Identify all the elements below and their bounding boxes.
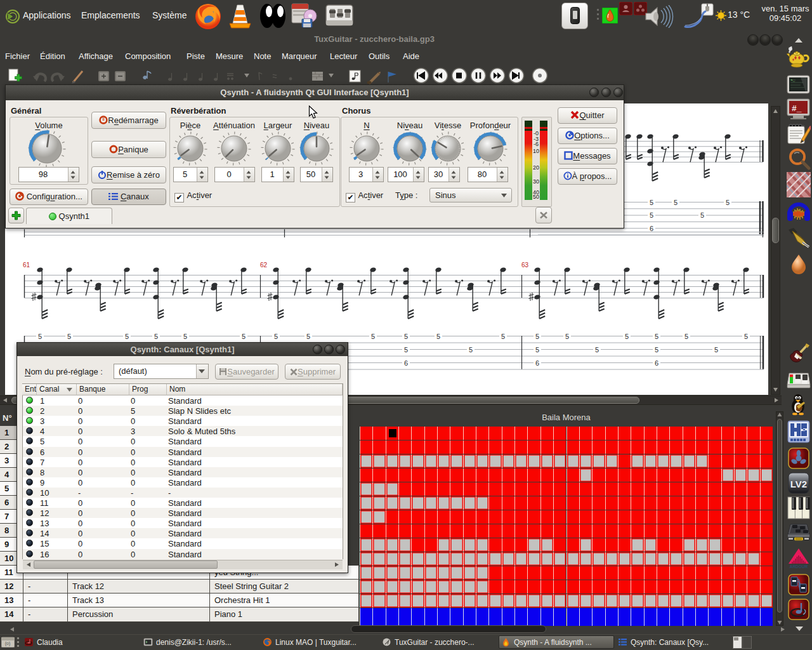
svg-text:5: 5: [535, 333, 539, 340]
svg-text:LV2: LV2: [790, 479, 807, 489]
svg-text:5: 5: [625, 333, 629, 340]
svg-text:5: 5: [242, 333, 246, 340]
svg-text:5: 5: [595, 346, 599, 354]
svg-text:5: 5: [650, 199, 653, 206]
svg-text:5: 5: [655, 346, 658, 354]
svg-text:5: 5: [436, 333, 440, 340]
svg-text:5: 5: [404, 346, 408, 354]
svg-text:5: 5: [274, 333, 278, 340]
svg-text:6: 6: [404, 359, 408, 367]
svg-text:5: 5: [744, 333, 748, 340]
svg-text:6: 6: [535, 359, 539, 367]
svg-text:5: 5: [183, 333, 187, 340]
svg-text:5: 5: [371, 333, 375, 340]
svg-text:62: 62: [260, 262, 268, 269]
svg-text:5: 5: [650, 211, 653, 219]
svg-text:ARDOUR: ARDOUR: [790, 564, 808, 569]
svg-text:5: 5: [535, 346, 539, 354]
svg-text:5: 5: [38, 333, 42, 340]
svg-text:63: 63: [521, 262, 529, 269]
svg-text:5: 5: [655, 333, 658, 340]
svg-text:5: 5: [469, 346, 473, 354]
svg-text:6: 6: [650, 225, 653, 232]
svg-text:5: 5: [501, 333, 505, 340]
svg-text:5: 5: [700, 211, 704, 219]
svg-text:5: 5: [684, 333, 688, 340]
svg-text:>_: >_: [790, 78, 796, 83]
svg-text:5: 5: [67, 333, 71, 340]
svg-text:5: 5: [726, 199, 730, 206]
svg-text:5: 5: [154, 333, 158, 340]
svg-text:#_: #_: [792, 104, 802, 114]
svg-text:5: 5: [565, 333, 569, 340]
svg-text:5: 5: [306, 333, 310, 340]
svg-text:61: 61: [23, 262, 30, 269]
svg-text:5: 5: [125, 333, 129, 340]
svg-text:5: 5: [674, 199, 678, 206]
svg-text:5: 5: [714, 346, 718, 354]
svg-text:5: 5: [404, 333, 408, 340]
svg-text:{o}: {o}: [5, 641, 11, 646]
svg-text:6: 6: [655, 359, 658, 367]
